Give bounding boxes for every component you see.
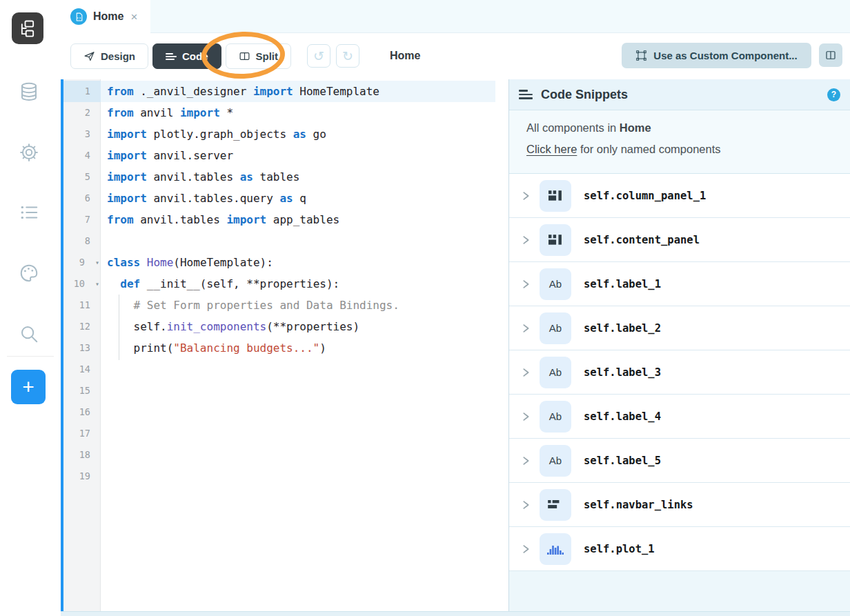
- app-logs-icon[interactable]: [18, 201, 40, 223]
- form-title: Home: [390, 50, 420, 62]
- chevron-right-icon[interactable]: [520, 235, 531, 246]
- search-icon[interactable]: [18, 323, 40, 345]
- chevron-right-icon[interactable]: [520, 455, 531, 466]
- component-name: self.label_2: [584, 322, 661, 335]
- line-number: 10▾: [63, 273, 101, 295]
- undo-button[interactable]: ↺: [307, 44, 330, 68]
- use-as-custom-component-button[interactable]: Use as Custom Component...: [622, 43, 811, 68]
- design-button-label: Design: [101, 50, 135, 62]
- click-here-link[interactable]: Click here: [526, 143, 577, 155]
- code-text[interactable]: [101, 466, 508, 487]
- code-line[interactable]: 17: [63, 423, 508, 444]
- settings-gear-icon[interactable]: [18, 141, 40, 163]
- code-line[interactable]: 1from ._anvil_designer import HomeTempla…: [63, 81, 508, 102]
- chevron-right-icon[interactable]: [520, 411, 531, 422]
- chevron-right-icon[interactable]: [520, 190, 531, 201]
- column-panel-icon: [540, 224, 571, 256]
- design-button[interactable]: Design: [70, 43, 148, 69]
- plot-icon: [540, 533, 571, 565]
- code-line[interactable]: 5import anvil.tables as tables: [63, 166, 508, 188]
- code-line[interactable]: 15: [63, 380, 508, 401]
- code-line[interactable]: 13 print("Balancing budgets..."): [63, 337, 508, 359]
- component-row[interactable]: self.plot_1: [509, 527, 850, 571]
- code-line[interactable]: 3import plotly.graph_objects as go: [63, 123, 508, 145]
- paper-plane-icon: [83, 50, 95, 62]
- code-text[interactable]: print("Balancing budgets..."): [101, 337, 508, 359]
- status-bar: [61, 611, 850, 616]
- label-icon: Ab: [540, 268, 571, 300]
- fold-arrow-icon[interactable]: ▾: [95, 273, 99, 295]
- code-text[interactable]: def __init__(self, **properties):: [101, 273, 508, 295]
- code-text[interactable]: from ._anvil_designer import HomeTemplat…: [101, 81, 495, 102]
- component-name: self.label_4: [584, 410, 661, 423]
- code-text[interactable]: import anvil.tables as tables: [101, 166, 508, 188]
- scope-line: All components in Home: [526, 121, 850, 135]
- data-tables-icon[interactable]: [18, 81, 40, 103]
- code-line[interactable]: 11 # Set Form properties and Data Bindin…: [63, 295, 508, 316]
- use-as-custom-component-label: Use as Custom Component...: [653, 50, 797, 61]
- code-text[interactable]: [101, 230, 508, 252]
- code-line[interactable]: 4import anvil.server: [63, 145, 508, 166]
- code-line[interactable]: 7from anvil.tables import app_tables: [63, 209, 508, 230]
- view-mode-group: Design Code Split: [70, 43, 291, 69]
- code-editor[interactable]: 1from ._anvil_designer import HomeTempla…: [61, 79, 508, 611]
- code-line[interactable]: 12 self.init_components(**properties): [63, 316, 508, 337]
- toggle-panel-button[interactable]: [819, 43, 842, 67]
- theme-palette-icon[interactable]: [18, 262, 40, 284]
- component-row[interactable]: Abself.label_5: [509, 439, 850, 483]
- split-button[interactable]: Split: [226, 43, 292, 69]
- chevron-right-icon[interactable]: [520, 323, 531, 334]
- code-lines-icon: [166, 52, 177, 61]
- code-line[interactable]: 16: [63, 401, 508, 423]
- chevron-right-icon[interactable]: [520, 499, 531, 510]
- component-row[interactable]: Abself.label_3: [509, 350, 850, 395]
- code-text[interactable]: [101, 401, 508, 423]
- code-line[interactable]: 2from anvil import *: [63, 102, 508, 123]
- line-number: 5: [63, 166, 101, 188]
- scope-prefix: All components in: [526, 121, 620, 134]
- code-text[interactable]: [101, 380, 508, 401]
- fold-arrow-icon[interactable]: ▾: [95, 252, 99, 273]
- tab-close-icon[interactable]: ×: [130, 11, 137, 23]
- code-text[interactable]: [101, 444, 508, 466]
- code-snippets-panel: Code Snippets ? All components in Home C…: [508, 79, 850, 611]
- code-text[interactable]: class Home(HomeTemplate):: [101, 252, 508, 273]
- code-text[interactable]: self.init_components(**properties): [101, 316, 508, 337]
- line-number: 7: [63, 209, 101, 230]
- chevron-right-icon[interactable]: [520, 367, 531, 378]
- chevron-right-icon[interactable]: [520, 544, 531, 555]
- two-pane-icon: [824, 49, 837, 61]
- code-text[interactable]: [101, 359, 508, 380]
- component-row[interactable]: self.navbar_links: [509, 483, 850, 527]
- undo-icon: ↺: [313, 48, 324, 64]
- component-row[interactable]: self.column_panel_1: [509, 174, 850, 218]
- code-button[interactable]: Code: [152, 43, 221, 69]
- code-line[interactable]: 9▾class Home(HomeTemplate):: [63, 252, 508, 273]
- code-text[interactable]: [101, 423, 508, 444]
- code-line[interactable]: 6import anvil.tables.query as q: [63, 188, 508, 209]
- component-row[interactable]: Abself.label_1: [509, 262, 850, 306]
- redo-button[interactable]: ↻: [336, 44, 359, 68]
- line-number: 18: [63, 444, 101, 466]
- code-line[interactable]: 10▾ def __init__(self, **properties):: [63, 273, 508, 295]
- help-icon[interactable]: ?: [827, 88, 840, 101]
- code-text[interactable]: # Set Form properties and Data Bindings.: [101, 295, 508, 316]
- code-text[interactable]: import plotly.graph_objects as go: [101, 123, 508, 145]
- chevron-right-icon[interactable]: [520, 279, 531, 290]
- code-text[interactable]: from anvil import *: [101, 102, 508, 123]
- add-component-button[interactable]: +: [11, 370, 46, 404]
- code-text[interactable]: from anvil.tables import app_tables: [101, 209, 508, 230]
- code-text[interactable]: import anvil.server: [101, 145, 508, 166]
- component-row[interactable]: Abself.label_4: [509, 395, 850, 439]
- code-line[interactable]: 14: [63, 359, 508, 380]
- component-row[interactable]: self.content_panel: [509, 218, 850, 262]
- tab-home[interactable]: Home ×: [61, 0, 150, 33]
- code-text[interactable]: import anvil.tables.query as q: [101, 188, 508, 209]
- code-line[interactable]: 19: [63, 466, 508, 487]
- code-line[interactable]: 18: [63, 444, 508, 466]
- code-line[interactable]: 8: [63, 230, 508, 252]
- snippets-menu-icon[interactable]: [519, 88, 534, 101]
- app-browser-icon[interactable]: [12, 12, 43, 44]
- component-row[interactable]: Abself.label_2: [509, 306, 850, 350]
- left-sidebar: +: [0, 0, 61, 616]
